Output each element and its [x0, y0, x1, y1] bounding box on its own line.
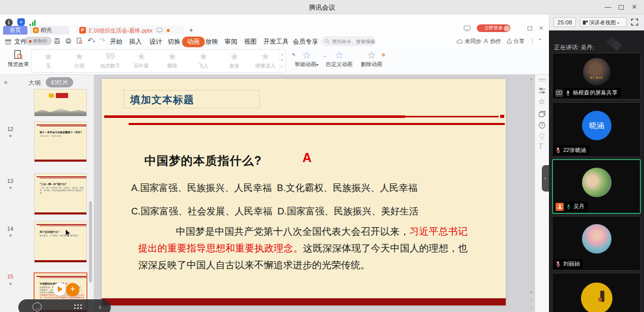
- thumbnail-slide-14[interactable]: 四个意识指什么? 政治意识、大局意识、核心意识、看齐意识: [35, 222, 86, 262]
- slide-title-placeholder[interactable]: 填加文本标题: [124, 90, 260, 108]
- screen-share-icon: [555, 89, 563, 97]
- more-menu-icon[interactable]: ⋮: [530, 38, 535, 44]
- participant-tile[interactable]: 刘丽娟: [552, 216, 641, 271]
- menu-animation-active[interactable]: 动画: [182, 37, 205, 47]
- tab-document[interactable]: P 2.16组织生活会-最终.pptx: [76, 25, 184, 35]
- thumbnail-slide-11[interactable]: [35, 89, 86, 116]
- menu-slideshow[interactable]: 放映: [205, 38, 218, 46]
- emblem-icon: [49, 93, 54, 98]
- anim-box[interactable]: ★盒状: [219, 51, 250, 70]
- tab-outline[interactable]: 大纲: [28, 79, 41, 87]
- tab-slides[interactable]: 幻灯片: [46, 77, 73, 87]
- participant-tile[interactable]: 晓涵 22张晓涵: [552, 102, 641, 157]
- network-signal-icon[interactable]: [29, 19, 37, 26]
- collab-button[interactable]: 协作: [483, 38, 501, 45]
- collapse-toolbar-icon[interactable]: ‹: [99, 302, 101, 311]
- mic-active-icon: [566, 204, 571, 210]
- presenting-icon: [157, 27, 163, 33]
- canvas-scroll-down-icon[interactable]: ▼: [530, 291, 533, 294]
- thumbnail-slide-13[interactable]: "三去一降一补"指什么? "三去一降一补"即去产能、去库存、去杠杆、降成本、补短…: [35, 174, 86, 214]
- participant-nameplate: 杨根森的屏幕共享: [554, 88, 621, 98]
- anim-wipe[interactable]: ★擦除: [157, 51, 188, 70]
- share-button[interactable]: 分享: [506, 38, 525, 45]
- gallery-scroll[interactable]: ▲▼≡: [280, 51, 284, 71]
- anim-flyin[interactable]: ★飞入: [188, 51, 219, 70]
- cast-icon[interactable]: [464, 25, 471, 32]
- animation-ribbon: 预览效果 ★无 ★出现 99动态数字 ★百叶窗 ★擦除 ★飞入 ★盒状 ★缓慢进…: [0, 48, 549, 75]
- menu-transition[interactable]: 切换: [168, 38, 180, 46]
- collapse-ribbon-icon[interactable]: ⌃: [538, 38, 542, 44]
- panel-collapse-icon[interactable]: «: [4, 79, 8, 86]
- animation-gallery: ★无 ★出现 99动态数字 ★百叶窗 ★擦除 ★飞入 ★盒状 ★缓慢进入 ▲▼≡: [32, 49, 286, 73]
- add-slide-button[interactable]: +: [66, 283, 79, 296]
- participant-nameplate: 刘丽娟: [554, 259, 583, 269]
- wps-close-icon[interactable]: ✕: [539, 25, 543, 32]
- preview-effect-button[interactable]: 预览效果: [5, 50, 32, 73]
- print-icon[interactable]: [65, 38, 72, 44]
- collab-person-icon: [483, 38, 489, 44]
- delete-animation-icon: ☆⊗: [356, 50, 387, 61]
- close-icon[interactable]: ✕: [630, 4, 639, 11]
- slide-canvas[interactable]: 填加文本标题 中国梦的本质指什么? A A.国家富强、民族振兴、人民幸福 B.文…: [102, 79, 506, 305]
- drag-handle-icon[interactable]: [539, 78, 546, 82]
- wps-restore-icon[interactable]: [528, 26, 532, 30]
- anim-number[interactable]: 99动态数字: [95, 51, 126, 70]
- custom-animation-button[interactable]: ☆⌁ 自定义动画: [323, 50, 355, 68]
- slide-options-ab: A.国家富强、民族振兴、人民幸福 B.文化霸权、民族振兴、人民幸福: [131, 181, 417, 194]
- meeting-floating-toolbar: ‿ ‹: [18, 299, 111, 312]
- text-tool-icon[interactable]: T: [538, 142, 543, 150]
- play-animation-button[interactable]: [53, 283, 66, 296]
- restore-icon[interactable]: [619, 5, 624, 10]
- expand-panel-tab[interactable]: ›: [542, 165, 549, 192]
- participant-tile-speaking[interactable]: 吴丹: [552, 159, 641, 214]
- thumbnail-scrollbar[interactable]: [89, 201, 92, 283]
- delete-animation-button[interactable]: ☆⊗ 删除动画: [356, 50, 387, 68]
- emoji-reaction-icon[interactable]: ‿: [33, 302, 42, 311]
- apps-grid-icon[interactable]: [74, 304, 82, 310]
- sync-status[interactable]: 未同步: [456, 38, 481, 45]
- properties-icon[interactable]: [538, 87, 546, 95]
- undo-icon[interactable]: ↶▾: [87, 37, 95, 44]
- meeting-info-icon[interactable]: i: [5, 19, 13, 26]
- tab-home[interactable]: 首页: [3, 26, 27, 35]
- fullscreen-icon[interactable]: [631, 18, 638, 26]
- participant-tile[interactable]: MY BOO 杨根森的屏幕共享: [552, 53, 641, 100]
- menu-view[interactable]: 视图: [244, 38, 257, 46]
- print-preview-icon[interactable]: [76, 38, 83, 44]
- help-icon[interactable]: [538, 121, 546, 129]
- security-shield-icon[interactable]: +: [17, 18, 25, 26]
- anim-blinds[interactable]: ★百叶窗: [126, 51, 157, 70]
- menu-insert[interactable]: 插入: [129, 38, 142, 46]
- smart-animation-button[interactable]: ☆✎ 智能动画▾: [291, 50, 322, 68]
- view-mode-selector[interactable]: 演讲者视图 ▾: [580, 17, 627, 27]
- canvas-scroll-up-icon[interactable]: ▲: [530, 77, 533, 81]
- menu-design[interactable]: 设计: [149, 38, 162, 46]
- anim-appear[interactable]: ★出现: [64, 51, 95, 70]
- new-tab-button[interactable]: +: [189, 26, 193, 34]
- participant-tile[interactable]: 李小蝶: [552, 273, 641, 312]
- prev-slide-icon[interactable]: ⌃: [530, 298, 533, 303]
- save-icon[interactable]: [54, 38, 60, 44]
- animation-pane-icon[interactable]: ☆: [538, 97, 545, 106]
- login-button[interactable]: 立即登录: [477, 24, 510, 32]
- minimize-icon[interactable]: —: [603, 4, 612, 11]
- anim-star-icon: ★: [9, 233, 12, 238]
- next-slide-icon[interactable]: ⌄: [530, 304, 533, 309]
- search-input[interactable]: 查找命令、搜索模板: [321, 37, 375, 46]
- tab-docer[interactable]: d 稻壳: [29, 26, 69, 35]
- hamburger-icon[interactable]: [5, 39, 11, 45]
- menu-devtools[interactable]: 开发工具: [263, 38, 289, 46]
- speaking-label: 正在讲话: 吴丹;: [554, 44, 594, 51]
- copy-slide-icon[interactable]: [538, 110, 546, 118]
- docer-icon: d: [33, 27, 39, 33]
- anim-none[interactable]: ★无: [33, 51, 64, 70]
- anim-slowin[interactable]: ★缓慢进入: [250, 51, 281, 70]
- thumb-number: 12: [7, 126, 17, 132]
- thumbnail-slide-12[interactable]: 两个一百年奋斗目标是哪两个一百年? 1921-2021、1949-2049: [35, 122, 86, 162]
- slide-bottom-bar: [102, 298, 506, 305]
- redo-icon[interactable]: ↷: [100, 37, 105, 44]
- tips-bulb-icon[interactable]: [538, 133, 546, 140]
- menu-review[interactable]: 审阅: [225, 38, 237, 46]
- menu-start[interactable]: 开始: [110, 38, 122, 46]
- menu-member[interactable]: 会员专享: [293, 38, 318, 46]
